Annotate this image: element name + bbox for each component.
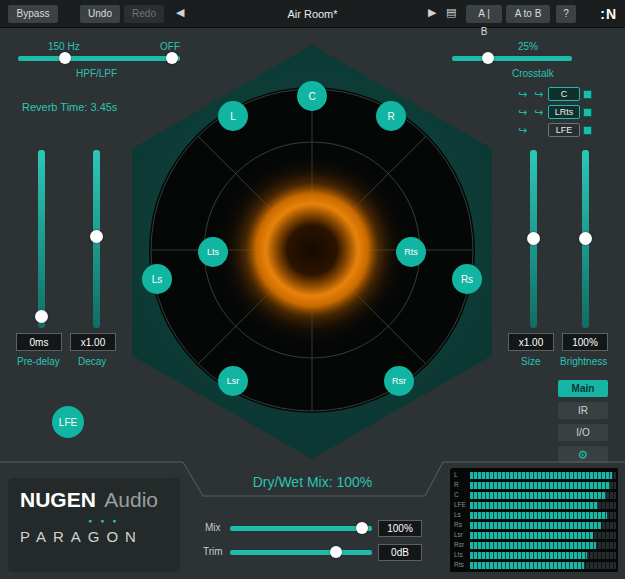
decay-label: Decay xyxy=(78,356,106,367)
send-icon[interactable]: ↪ xyxy=(532,88,545,101)
trim-value[interactable]: 0dB xyxy=(378,544,422,561)
output-meters-panel: LRCLFELsRsLsrRsrLtsRts xyxy=(450,468,618,572)
meter-row: C xyxy=(454,490,616,500)
meter-channel-label: Rsr xyxy=(454,540,470,550)
nugen-logo-icon: :N xyxy=(600,6,617,22)
lfe-node[interactable]: LFE xyxy=(52,406,84,438)
routing-lfe-indicator xyxy=(583,126,592,135)
meter-row: Lsr xyxy=(454,530,616,540)
predelay-handle[interactable] xyxy=(35,310,48,323)
channel-node-rts[interactable]: Rts xyxy=(396,237,426,267)
lpf-handle[interactable] xyxy=(166,52,178,64)
meter-row: Rsr xyxy=(454,540,616,550)
predelay-label: Pre-delay xyxy=(17,356,60,367)
channel-node-l[interactable]: L xyxy=(218,101,248,131)
meter-row: Rs xyxy=(454,520,616,530)
decay-slider[interactable] xyxy=(93,150,100,328)
meter-channel-label: C xyxy=(454,490,470,500)
crosstalk-slider[interactable] xyxy=(452,56,572,61)
send-icon[interactable]: ↪ xyxy=(516,124,529,137)
channel-node-rsr[interactable]: Rsr xyxy=(384,366,414,396)
meter-row: L xyxy=(454,470,616,480)
routing-row-lfe: ↪ LFE xyxy=(516,122,616,138)
meter-channel-label: Rts xyxy=(454,560,470,570)
meter-bar xyxy=(470,552,616,559)
brightness-slider[interactable] xyxy=(582,150,589,328)
meter-rows: LRCLFELsRsLsrRsrLtsRts xyxy=(454,470,616,570)
crosstalk-label: Crosstalk xyxy=(512,68,554,79)
meter-row: Lts xyxy=(454,550,616,560)
next-preset-icon[interactable]: ▶ xyxy=(428,6,436,19)
mix-handle[interactable] xyxy=(356,522,368,534)
channel-node-ls[interactable]: Ls xyxy=(142,264,172,294)
trim-handle[interactable] xyxy=(330,546,342,558)
meter-row: Ls xyxy=(454,510,616,520)
predelay-value[interactable]: 0ms xyxy=(16,333,62,351)
meter-bar xyxy=(470,472,616,479)
tab-ir[interactable]: IR xyxy=(558,402,608,419)
tab-main[interactable]: Main xyxy=(558,380,608,397)
trim-label: Trim xyxy=(203,546,223,557)
send-icon[interactable]: ↪ xyxy=(532,106,545,119)
routing-row-c: ↪ ↪ C xyxy=(516,86,616,102)
meter-bar xyxy=(470,492,616,499)
channel-node-r[interactable]: R xyxy=(376,101,406,131)
hpf-lpf-slider[interactable] xyxy=(18,56,180,61)
ab-toggle-button[interactable]: A | B xyxy=(466,5,502,23)
title-bar: Bypass Undo Redo ◀ Air Room* ▶ ▤ A | B A… xyxy=(0,0,625,28)
brand-audio: Audio xyxy=(104,488,158,511)
channel-node-lts[interactable]: Lts xyxy=(198,237,228,267)
channel-node-lsr[interactable]: Lsr xyxy=(218,366,248,396)
decay-handle[interactable] xyxy=(90,230,103,243)
crosstalk-handle[interactable] xyxy=(482,52,494,64)
routing-lrts-button[interactable]: LRts xyxy=(548,105,580,119)
meter-bar xyxy=(470,522,616,529)
hpf-value: 150 Hz xyxy=(48,41,80,52)
reverb-polar-display[interactable] xyxy=(142,80,482,420)
decay-value[interactable]: x1.00 xyxy=(70,333,116,351)
mix-slider[interactable] xyxy=(230,526,372,531)
lpf-value: OFF xyxy=(160,41,180,52)
routing-c-indicator xyxy=(583,90,592,99)
meter-row: R xyxy=(454,480,616,490)
channel-node-rs[interactable]: Rs xyxy=(452,264,482,294)
hpf-handle[interactable] xyxy=(59,52,71,64)
meter-channel-label: R xyxy=(454,480,470,490)
meter-bar xyxy=(470,482,616,489)
size-slider[interactable] xyxy=(530,150,537,328)
meter-row: Rts xyxy=(454,560,616,570)
routing-lrts-indicator xyxy=(583,108,592,117)
routing-lfe-button[interactable]: LFE xyxy=(548,123,580,137)
send-icon[interactable]: ↪ xyxy=(516,88,529,101)
brand-nugen: NUGEN xyxy=(20,488,96,511)
a-to-b-button[interactable]: A to B xyxy=(506,5,550,23)
brand-dots-icon: ● ● ● xyxy=(88,517,168,524)
meter-channel-label: Lts xyxy=(454,550,470,560)
meter-bar xyxy=(470,562,616,569)
mix-value[interactable]: 100% xyxy=(378,520,422,537)
brightness-value[interactable]: 100% xyxy=(562,333,608,351)
size-handle[interactable] xyxy=(527,232,540,245)
trim-slider[interactable] xyxy=(230,550,372,555)
mix-label: Mix xyxy=(205,522,221,533)
brightness-label: Brightness xyxy=(560,356,607,367)
predelay-slider[interactable] xyxy=(38,150,45,328)
preset-list-icon[interactable]: ▤ xyxy=(446,6,456,19)
routing-row-lrts: ↪ ↪ LRts xyxy=(516,104,616,120)
hpf-lpf-label: HPF/LPF xyxy=(76,68,117,79)
routing-c-button[interactable]: C xyxy=(548,87,580,101)
meter-bar xyxy=(470,502,616,509)
meter-channel-label: Rs xyxy=(454,520,470,530)
meter-bar xyxy=(470,512,616,519)
meter-row: LFE xyxy=(454,500,616,510)
meter-channel-label: LFE xyxy=(454,500,470,510)
size-value[interactable]: x1.00 xyxy=(508,333,554,351)
send-icon[interactable]: ↪ xyxy=(516,106,529,119)
help-button[interactable]: ? xyxy=(556,5,576,23)
tab-io[interactable]: I/O xyxy=(558,424,608,441)
meter-bar xyxy=(470,542,616,549)
size-label: Size xyxy=(521,356,540,367)
paragon-plugin-window: Bypass Undo Redo ◀ Air Room* ▶ ▤ A | B A… xyxy=(0,0,625,579)
brightness-handle[interactable] xyxy=(579,232,592,245)
channel-node-c[interactable]: C xyxy=(297,81,327,111)
